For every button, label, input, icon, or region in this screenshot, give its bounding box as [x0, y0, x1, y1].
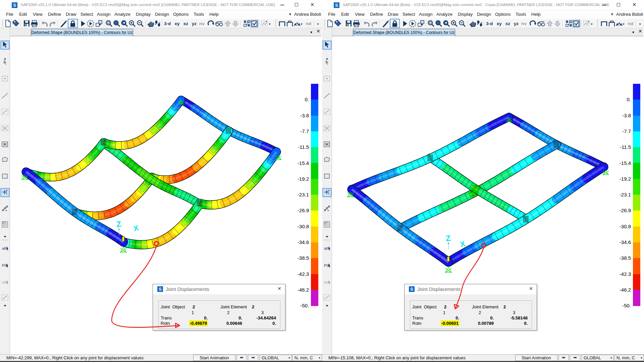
svg-text:3-d: 3-d — [164, 21, 171, 26]
svg-text:nd: nd — [306, 21, 312, 26]
svg-text:clr: clr — [2, 280, 6, 284]
svg-text:xy: xy — [496, 21, 502, 26]
svg-text:▾: ▾ — [269, 22, 270, 26]
svg-text:xz: xz — [183, 21, 189, 26]
svg-text:nv: nv — [521, 21, 527, 26]
svg-text:▾: ▾ — [301, 22, 302, 26]
svg-text:xz: xz — [505, 21, 511, 26]
svg-text:▾: ▾ — [639, 22, 641, 26]
svg-text:PS: PS — [2, 263, 7, 267]
svg-text:yz: yz — [192, 21, 197, 26]
svg-text:PS: PS — [324, 263, 329, 267]
svg-text:yz: yz — [514, 21, 519, 26]
svg-text:nv: nv — [199, 21, 205, 26]
svg-text:clr: clr — [324, 280, 328, 284]
svg-text:▾: ▾ — [591, 22, 592, 26]
svg-text:xy: xy — [174, 21, 180, 26]
svg-text:▾: ▾ — [623, 22, 624, 26]
svg-text:nd: nd — [628, 21, 634, 26]
svg-text:▾: ▾ — [317, 22, 319, 26]
svg-text:3-d: 3-d — [486, 21, 493, 26]
svg-text:all: all — [2, 246, 6, 250]
svg-text:all: all — [324, 246, 328, 250]
